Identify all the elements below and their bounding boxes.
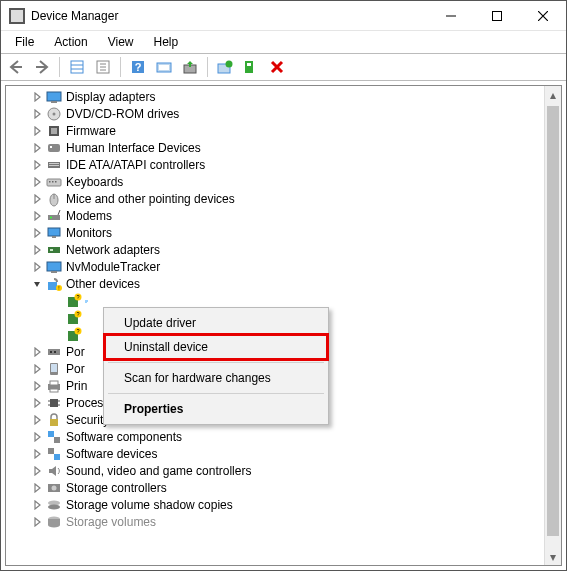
sound-icon [46,463,62,479]
context-menu-item[interactable]: Uninstall device [106,335,326,359]
expand-arrow-icon[interactable] [30,209,44,223]
svg-rect-62 [50,399,58,407]
svg-point-14 [226,61,233,68]
back-icon[interactable] [4,55,28,79]
tree-category[interactable]: Sound, video and game controllers [6,462,544,479]
add-legacy-icon[interactable] [213,55,237,79]
scroll-up-button[interactable]: ▴ [545,86,561,103]
expand-arrow-icon[interactable] [30,277,44,291]
expand-arrow-icon[interactable] [30,141,44,155]
network-icon [46,242,62,258]
properties-icon[interactable] [91,55,115,79]
expand-arrow-icon[interactable] [30,345,44,359]
storage-ctrl-icon [46,480,62,496]
tree-category[interactable]: Display adapters [6,88,544,105]
svg-rect-30 [52,181,54,183]
category-label: Storage volume shadow copies [66,498,233,512]
menubar: File Action View Help [1,31,566,53]
forward-icon[interactable] [30,55,54,79]
tree-category[interactable]: Modems [6,207,544,224]
close-button[interactable] [520,1,566,31]
display-adapters-icon [46,89,62,105]
update-driver-icon[interactable] [178,55,202,79]
svg-rect-70 [48,448,54,454]
expand-arrow-icon[interactable] [30,379,44,393]
cpu-icon [46,395,62,411]
menu-action[interactable]: Action [44,33,97,51]
tree-category[interactable]: Storage volumes [6,513,544,530]
tree-category[interactable]: Storage controllers [6,479,544,496]
svg-text:?: ? [76,311,79,317]
svg-rect-0 [493,11,502,20]
tree-category[interactable]: Mice and other pointing devices [6,190,544,207]
expand-arrow-icon[interactable] [30,260,44,274]
expand-arrow-icon[interactable] [30,481,44,495]
tree-category[interactable]: DVD/CD-ROM drives [6,105,544,122]
svg-rect-26 [49,163,59,164]
tree-category[interactable]: Human Interface Devices [6,139,544,156]
nvmodule-icon [46,259,62,275]
expand-arrow-icon[interactable] [30,124,44,138]
svg-rect-22 [51,128,57,134]
tree-category[interactable]: !Other devices [6,275,544,292]
svg-rect-42 [48,282,57,290]
svg-text:?: ? [135,61,142,73]
help-icon[interactable]: ? [126,55,150,79]
context-menu-separator [108,393,324,394]
expand-arrow-icon[interactable] [30,226,44,240]
context-menu-label: Update driver [124,316,196,330]
maximize-button[interactable] [474,1,520,31]
portable-icon [46,361,62,377]
context-menu-item[interactable]: Properties [106,397,326,421]
uninstall-icon[interactable] [239,55,263,79]
ide-icon [46,157,62,173]
disable-icon[interactable] [265,55,289,79]
tree-category[interactable]: NvModuleTracker [6,258,544,275]
category-label: Por [66,362,85,376]
tree-category[interactable]: Monitors [6,224,544,241]
context-menu-item[interactable]: Update driver [106,311,326,335]
tree-category[interactable]: IDE ATA/ATAPI controllers [6,156,544,173]
expand-arrow-icon[interactable] [30,175,44,189]
vertical-scrollbar[interactable]: ▴ ▾ [544,86,561,565]
expand-arrow-icon[interactable] [30,158,44,172]
scroll-down-button[interactable]: ▾ [545,548,561,565]
menu-file[interactable]: File [5,33,44,51]
svg-rect-69 [54,437,60,443]
svg-rect-36 [48,228,60,236]
software-comp-icon [46,429,62,445]
expand-arrow-icon[interactable] [30,90,44,104]
context-menu-item[interactable]: Scan for hardware changes [106,366,326,390]
firmware-icon [46,123,62,139]
expand-arrow-icon[interactable] [30,413,44,427]
expand-arrow-icon[interactable] [30,107,44,121]
minimize-button[interactable] [428,1,474,31]
tree-category[interactable]: Software devices [6,445,544,462]
menu-view[interactable]: View [98,33,144,51]
tree-category[interactable]: Network adapters [6,241,544,258]
expand-arrow-icon[interactable] [30,464,44,478]
category-label: Display adapters [66,90,155,104]
expand-arrow-icon[interactable] [30,192,44,206]
expand-arrow-icon[interactable] [30,396,44,410]
expand-arrow-icon[interactable] [30,515,44,529]
tree-category[interactable]: Storage volume shadow copies [6,496,544,513]
show-hidden-icon[interactable] [65,55,89,79]
tree-category[interactable]: Software components [6,428,544,445]
expand-arrow-icon[interactable] [30,430,44,444]
monitor-icon [46,225,62,241]
expand-arrow-icon[interactable] [30,243,44,257]
expand-arrow-icon[interactable] [30,498,44,512]
unknown-device-icon: ? [66,327,82,343]
menu-help[interactable]: Help [144,33,189,51]
keyboard-icon [46,174,62,190]
tree-category[interactable]: Firmware [6,122,544,139]
svg-rect-15 [245,61,253,73]
expand-arrow-icon[interactable] [30,447,44,461]
expand-arrow-icon[interactable] [30,362,44,376]
svg-rect-56 [54,351,56,353]
tree-category[interactable]: Keyboards [6,173,544,190]
scrollbar-thumb[interactable] [547,106,559,536]
scan-icon[interactable] [152,55,176,79]
svg-rect-55 [50,351,52,353]
